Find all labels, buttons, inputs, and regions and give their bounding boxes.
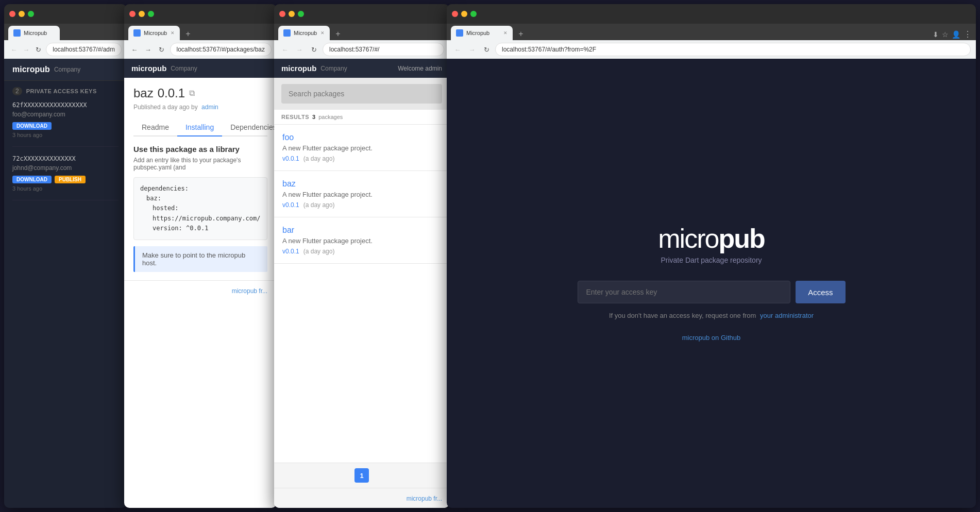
back-btn-2[interactable]: ← xyxy=(129,44,140,55)
auth-help-text: If you don't have an access key, request… xyxy=(609,312,756,319)
pkg-brand-2: micropub xyxy=(131,64,166,73)
access-button[interactable]: Access xyxy=(796,281,845,303)
access-key-item-1: 62fXXXXXXXXXXXXXXXXX foo@company.com DOW… xyxy=(12,101,119,147)
tab-2[interactable]: Micropub ✕ xyxy=(128,26,180,40)
copy-icon[interactable]: ⧉ xyxy=(189,89,195,98)
pkg-name-bar[interactable]: bar xyxy=(282,226,441,235)
reload-btn-1[interactable]: ↻ xyxy=(34,44,43,55)
tab-close-2[interactable]: ✕ xyxy=(171,30,175,36)
pkg-list-footer: micropub fr... xyxy=(274,488,449,508)
results-label: RESULTS xyxy=(281,114,309,120)
tab-close-4[interactable]: ✕ xyxy=(503,30,508,36)
minimize-btn-4[interactable] xyxy=(461,11,467,17)
auth-logo: micropub xyxy=(658,225,764,252)
minimize-btn-3[interactable] xyxy=(289,11,295,17)
search-input[interactable] xyxy=(281,84,442,104)
minimize-btn-2[interactable] xyxy=(139,11,145,17)
address-bar-3: ← → ↻ localhost:53767/#/ xyxy=(274,40,449,59)
maximize-btn-2[interactable] xyxy=(148,11,154,17)
search-bar xyxy=(274,78,449,110)
tab-3[interactable]: Micropub ✕ xyxy=(278,26,330,40)
url-field-3[interactable]: localhost:53767/#/ xyxy=(323,43,444,56)
admin-link[interactable]: your administrator xyxy=(760,312,814,319)
pkg-time-bar: (a day ago) xyxy=(303,248,335,255)
badge-publish-2: PUBLISH xyxy=(55,176,86,183)
star-icon-4[interactable]: ☆ xyxy=(942,30,949,39)
favicon-1 xyxy=(13,29,21,37)
maximize-btn-4[interactable] xyxy=(470,11,477,17)
close-btn-4[interactable] xyxy=(452,11,458,17)
close-btn-3[interactable] xyxy=(279,11,285,17)
auth-input-row: Access xyxy=(578,281,846,303)
github-link[interactable]: micropub on Github xyxy=(682,334,740,342)
browser-window-3: Micropub ✕ + ← → ↻ localhost:53767/#/ mi… xyxy=(274,4,449,508)
pkg-name-baz[interactable]: baz xyxy=(282,179,441,189)
logo-normal: micro xyxy=(658,224,718,253)
access-key-email-1: foo@company.com xyxy=(12,111,119,118)
section-title: PRIVATE ACCESS KEYS xyxy=(26,88,97,94)
forward-btn-4[interactable]: → xyxy=(466,44,478,55)
address-bar-1: ← → ↻ localhost:53767/#/adm xyxy=(4,40,127,59)
back-btn-3[interactable]: ← xyxy=(279,44,291,55)
pkg-list-body: foo A new Flutter package project. v0.0.… xyxy=(274,125,449,463)
tab-dependencies[interactable]: Dependencies xyxy=(222,119,277,136)
pkg-list-footer-link[interactable]: micropub fr... xyxy=(407,495,442,502)
reload-btn-3[interactable]: ↻ xyxy=(308,44,319,55)
new-tab-btn-2[interactable]: + xyxy=(182,28,194,40)
auth-help: If you don't have an access key, request… xyxy=(609,312,814,319)
traffic-lights-2 xyxy=(129,11,154,17)
new-tab-btn-4[interactable]: + xyxy=(515,28,527,40)
access-key-value-2: 72cXXXXXXXXXXXXXX xyxy=(12,155,119,162)
access-key-email-2: johnd@company.com xyxy=(12,164,119,172)
forward-btn-3[interactable]: → xyxy=(294,44,305,55)
favicon-2 xyxy=(133,29,141,37)
logo-bold: pub xyxy=(718,224,764,253)
bookmark-icon-4[interactable]: ⬇ xyxy=(933,30,939,39)
admin-keys-section: 2 PRIVATE ACCESS KEYS 62fXXXXXXXXXXXXXXX… xyxy=(4,81,127,215)
access-key-input[interactable] xyxy=(578,281,791,303)
reload-btn-2[interactable]: ↻ xyxy=(156,44,166,55)
tab-close-3[interactable]: ✕ xyxy=(320,30,325,36)
results-unit: packages xyxy=(318,114,343,120)
back-btn-1[interactable]: ← xyxy=(9,44,19,55)
pkg-footer-link[interactable]: micropub fr... xyxy=(232,287,267,295)
pkg-author-link[interactable]: admin xyxy=(201,104,218,111)
tab-installing[interactable]: Installing xyxy=(177,119,222,136)
browser-window-2: Micropub ✕ + ← → ↻ localhost:53767/#/pac… xyxy=(124,4,277,508)
traffic-lights-3 xyxy=(279,11,304,17)
profile-icon-4[interactable]: 👤 xyxy=(952,30,960,39)
page-btn-1[interactable]: 1 xyxy=(354,468,369,483)
forward-btn-1[interactable]: → xyxy=(22,44,31,55)
close-btn-1[interactable] xyxy=(9,11,15,17)
admin-header: micropub Company xyxy=(4,59,127,81)
maximize-btn-1[interactable] xyxy=(28,11,34,17)
titlebar-4 xyxy=(447,4,976,24)
pkg-name-foo[interactable]: foo xyxy=(282,133,441,142)
pkg-detail-header: micropub Company xyxy=(124,59,277,78)
new-tab-btn-3[interactable]: + xyxy=(332,28,344,40)
url-field-2[interactable]: localhost:53767/#/packages/baz xyxy=(170,43,272,56)
menu-icon-4[interactable]: ⋮ xyxy=(964,29,972,39)
back-btn-4[interactable]: ← xyxy=(452,44,463,55)
reload-btn-4[interactable]: ↻ xyxy=(481,44,492,55)
titlebar-1 xyxy=(4,4,127,24)
url-field-1[interactable]: localhost:53767/#/adm xyxy=(46,43,122,56)
badge-download-1: DOWNLOAD xyxy=(12,122,52,130)
section-header: 2 PRIVATE ACCESS KEYS xyxy=(12,87,119,95)
tab-title-1: Micropub xyxy=(24,30,55,36)
maximize-btn-3[interactable] xyxy=(298,11,304,17)
traffic-lights-1 xyxy=(9,11,34,17)
results-count: 3 xyxy=(312,114,315,120)
list-item-baz: baz A new Flutter package project. v0.0.… xyxy=(274,171,449,217)
minimize-btn-1[interactable] xyxy=(19,11,25,17)
code-line-4: version: ^0.0.1 xyxy=(140,224,261,233)
tab-readme[interactable]: Readme xyxy=(133,119,177,136)
forward-btn-2[interactable]: → xyxy=(143,44,153,55)
tab-1[interactable]: Micropub xyxy=(8,26,60,40)
pkg-section-title: Use this package as a library xyxy=(133,145,267,153)
url-field-4[interactable]: localhost:53767/#/auth?from=%2F xyxy=(495,43,971,56)
pkg-meta-bar: v0.0.1 (a day ago) xyxy=(282,248,441,255)
tab-4[interactable]: Micropub ✕ xyxy=(451,26,513,40)
close-btn-2[interactable] xyxy=(129,11,136,17)
pkg-footer: micropub fr... xyxy=(124,280,277,300)
